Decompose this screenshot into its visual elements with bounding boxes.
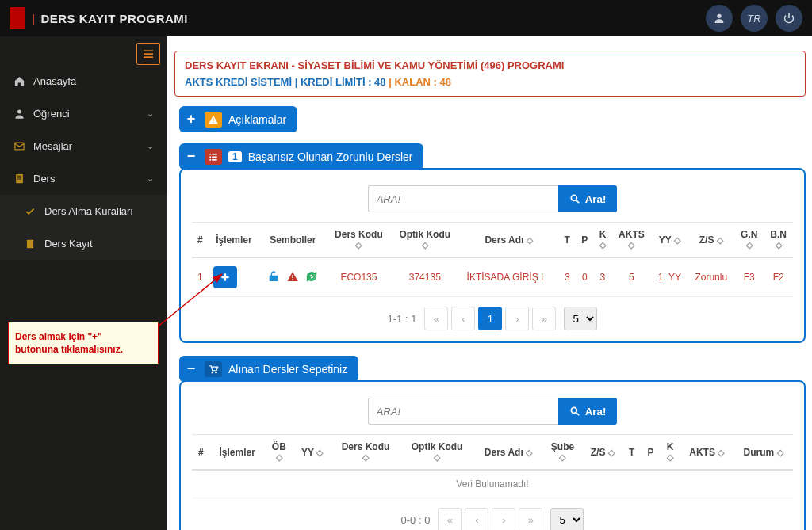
search-input[interactable] xyxy=(368,185,558,212)
pager-size-select[interactable]: 5 xyxy=(550,508,584,530)
col-ders-kodu[interactable]: Ders Kodu◇ xyxy=(327,223,391,258)
section-sepet-header: − Alınan Dersler Sepetiniz xyxy=(179,356,806,382)
sidebar: Anasayfa Öğrenci ⌄ Mesajlar ⌄ xyxy=(0,36,167,530)
cell-islemler xyxy=(209,257,259,297)
svg-point-20 xyxy=(571,195,576,200)
svg-rect-23 xyxy=(221,276,228,278)
col-zs[interactable]: Z/S ◇ xyxy=(582,435,622,471)
svg-rect-1 xyxy=(144,50,153,51)
col-k[interactable]: K◇ xyxy=(661,435,680,471)
chevron-down-icon: ⌄ xyxy=(147,141,154,151)
search-icon xyxy=(569,406,580,417)
help-callout: Ders almak için "+" butonuna tıklamalısı… xyxy=(8,322,159,364)
cell-t: 3 xyxy=(558,257,576,297)
pager-first-button[interactable]: « xyxy=(438,508,462,530)
power-button[interactable] xyxy=(776,5,802,32)
add-course-button[interactable] xyxy=(213,266,237,288)
aciklamalar-toggle[interactable]: + Açıklamalar xyxy=(179,106,297,132)
col-p: P xyxy=(576,223,593,258)
document-icon xyxy=(24,238,36,250)
list-icon xyxy=(205,149,222,165)
svg-rect-14 xyxy=(209,153,211,154)
col-zs[interactable]: Z/S ◇ xyxy=(688,223,734,258)
mail-icon xyxy=(13,140,25,152)
app-logo-icon xyxy=(10,7,25,29)
pager-page-button[interactable]: 1 xyxy=(478,307,502,330)
col-num[interactable]: # xyxy=(192,223,209,258)
svg-rect-17 xyxy=(212,156,216,158)
user-icon xyxy=(713,12,726,25)
col-ob[interactable]: ÖB◇ xyxy=(265,435,293,471)
col-sube[interactable]: Şube◇ xyxy=(543,435,583,471)
sepet-toggle[interactable]: − Alınan Dersler Sepetiniz xyxy=(179,356,358,382)
profile-button[interactable] xyxy=(706,5,733,32)
cell-bn: F2 xyxy=(764,257,793,297)
basarisiz-table: # İşlemler Semboller Ders Kodu◇ Optik Ko… xyxy=(192,222,793,297)
cell-num: 1 xyxy=(192,257,209,297)
pager-first-button[interactable]: « xyxy=(424,307,448,330)
col-yy[interactable]: YY ◇ xyxy=(293,435,331,471)
menu-icon xyxy=(142,48,155,60)
check-icon xyxy=(24,206,36,217)
svg-point-4 xyxy=(17,110,21,114)
svg-point-0 xyxy=(717,14,721,18)
col-p: P xyxy=(641,435,660,471)
empty-message: Veri Bulunamadı! xyxy=(192,470,793,498)
language-button[interactable]: TR xyxy=(741,5,768,32)
warning-icon xyxy=(205,112,222,128)
pager-next-button[interactable]: › xyxy=(492,508,515,530)
cell-p: 0 xyxy=(576,257,593,297)
basarisiz-toggle[interactable]: − 1 Başarısız Olunan Zorunlu Dersler xyxy=(179,143,423,170)
svg-rect-16 xyxy=(209,156,211,158)
svg-rect-8 xyxy=(17,177,21,178)
svg-rect-3 xyxy=(144,56,153,58)
pager-prev-button[interactable]: ‹ xyxy=(451,307,475,330)
col-gn[interactable]: G.N◇ xyxy=(734,223,764,258)
search-input[interactable] xyxy=(368,398,558,425)
col-bn[interactable]: B.N◇ xyxy=(764,223,793,258)
sidebar-item-mesajlar[interactable]: Mesajlar ⌄ xyxy=(0,130,167,162)
sidebar-subitem-ders-kayit[interactable]: Ders Kayıt xyxy=(0,227,167,260)
col-optik-kodu[interactable]: Optik Kodu◇ xyxy=(400,435,474,471)
user-icon xyxy=(13,108,25,120)
col-ders-kodu[interactable]: Ders Kodu◇ xyxy=(331,435,400,471)
col-durum[interactable]: Durum ◇ xyxy=(733,435,793,471)
svg-rect-10 xyxy=(27,239,33,248)
search-button[interactable]: Ara! xyxy=(558,185,618,212)
col-akts[interactable]: AKTS ◇ xyxy=(680,435,734,471)
table-row: 1 ECO135 xyxy=(192,257,793,297)
callout-line: butonuna tıklamalısınız. xyxy=(15,343,151,356)
sidebar-item-ogrenci[interactable]: Öğrenci ⌄ xyxy=(0,97,167,130)
cell-gn: F3 xyxy=(734,257,764,297)
svg-rect-19 xyxy=(212,158,216,160)
sidebar-sub-ders: Ders Alma Kuralları Ders Kayıt xyxy=(0,195,167,260)
pager-size-select[interactable]: 5 xyxy=(564,307,597,330)
sidebar-toggle-button[interactable] xyxy=(136,43,160,65)
search-button[interactable]: Ara! xyxy=(558,398,618,425)
app-title: | DERS KAYIT PROGRAMI xyxy=(30,12,188,25)
svg-line-29 xyxy=(576,413,579,416)
pager-prev-button[interactable]: ‹ xyxy=(465,508,488,530)
svg-point-28 xyxy=(571,407,576,413)
section-title: Açıklamalar xyxy=(228,113,286,126)
plus-icon: + xyxy=(184,111,198,128)
pager-sepet: 0-0 : 0 « ‹ › » 5 xyxy=(192,508,793,530)
pager-next-button[interactable]: › xyxy=(505,307,529,330)
sidebar-subitem-ders-alma-kurallari[interactable]: Ders Alma Kuralları xyxy=(0,195,167,227)
col-ders-adi[interactable]: Ders Adı ◇ xyxy=(459,223,559,258)
pager-last-button[interactable]: » xyxy=(532,307,556,330)
svg-point-26 xyxy=(212,372,213,373)
col-akts[interactable]: AKTS◇ xyxy=(612,223,652,258)
col-k[interactable]: K◇ xyxy=(593,223,611,258)
col-yy[interactable]: YY ◇ xyxy=(651,223,688,258)
cell-zs: Zorunlu xyxy=(688,257,734,297)
banner-credit-info: AKTS KREDİ SİSTEMİ | KREDİ LİMİTİ : 48 |… xyxy=(185,76,451,88)
col-optik-kodu[interactable]: Optik Kodu◇ xyxy=(391,223,459,258)
sidebar-item-anasayfa[interactable]: Anasayfa xyxy=(0,65,167,97)
pager-last-button[interactable]: » xyxy=(519,508,542,530)
col-ders-adi[interactable]: Ders Adı ◇ xyxy=(473,435,542,471)
col-semboller: Semboller xyxy=(259,223,327,258)
sidebar-item-ders[interactable]: Ders ⌄ xyxy=(0,162,167,195)
pager-basarisiz: 1-1 : 1 « ‹ 1 › » 5 xyxy=(192,307,793,330)
panel-sepet: Ara! # İşlemler ÖB◇ YY ◇ Ders Kodu◇ Opti… xyxy=(179,380,806,530)
